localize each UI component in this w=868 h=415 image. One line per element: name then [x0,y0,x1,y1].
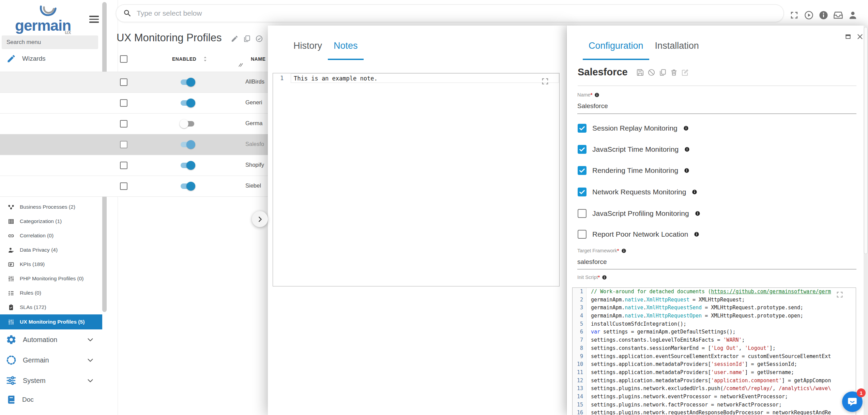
play-circle-icon[interactable] [804,10,814,20]
copy-icon[interactable] [659,69,667,76]
code-line[interactable]: 6var settings = germainApm.getDefaultSet… [573,328,856,336]
checkbox-row-javascript-time-monitoring[interactable]: JavaScript Time Monitoring [578,145,690,154]
sidebar-item-system[interactable]: System [0,370,102,391]
config-tab-installation[interactable]: Installation [649,41,705,60]
code-line[interactable]: 5installCustomSfdcIntegration(); [573,320,856,328]
info-dark-icon[interactable] [602,275,607,280]
code-line[interactable]: 13settings.plugins.network.excludedUrls.… [573,385,856,393]
target-framework-field-value[interactable]: salesforce [577,258,607,266]
code-line[interactable]: 4germainApm.native.XmlHttpRequestOpen = … [573,312,856,320]
enabled-toggle[interactable] [181,183,194,189]
enabled-toggle[interactable] [181,163,194,168]
checkbox[interactable] [578,209,587,218]
notes-editor[interactable]: 1This is an example note. [273,73,560,286]
sidebar-item-doc[interactable]: Doc [0,391,102,409]
code-line[interactable]: 2germainApm.native.XmlHttpRequest = XMLH… [573,296,856,304]
sort-icon[interactable] [202,55,209,63]
info-dark-icon[interactable] [694,232,699,237]
checkbox-row-javascript-profiling-monitoring[interactable]: JavaScript Profiling Monitoring [578,209,700,218]
expand-icon[interactable] [541,77,549,85]
sidebar-item-rules-0[interactable]: Rules (0) [0,286,102,300]
row-checkbox[interactable] [120,141,127,148]
init-script-editor[interactable]: 1// Work-around for detached documents (… [572,287,856,415]
collapse-panel-button[interactable] [252,211,268,227]
info-dark-icon[interactable] [594,92,599,98]
row-checkbox[interactable] [120,78,127,86]
sidebar-item-automation[interactable]: Automation [0,329,102,350]
note-line[interactable]: 1This is an example note. [273,73,559,83]
code-line[interactable]: 12settings.application.metadataProviders… [573,377,856,385]
save-icon[interactable] [636,69,644,76]
hamburger-menu-icon[interactable] [89,16,99,23]
sidebar-search-input[interactable] [2,35,98,49]
user-icon[interactable] [848,10,858,20]
enabled-toggle[interactable] [181,121,194,127]
info-dark-icon[interactable] [683,125,689,131]
sidebar-item-correlation-0[interactable]: Correlation (0) [0,228,102,243]
inbox-icon[interactable] [833,10,843,20]
row-checkbox[interactable] [120,162,127,169]
checkbox[interactable] [578,230,587,239]
code-line[interactable]: 16settings.plugins.network.requestAndRes… [573,409,856,415]
code-line[interactable]: 1// Work-around for detached documents (… [573,288,856,296]
select-all-checkbox[interactable] [120,55,127,63]
resize-icon[interactable] [238,62,243,68]
code-line[interactable]: 8settings.constants.sessionMarkerEnd = [… [573,344,856,353]
window-maximize-icon[interactable] [844,33,852,40]
column-header-enabled[interactable]: ENABLED [172,56,196,62]
ban-icon[interactable] [648,69,655,76]
chevron-down-icon[interactable] [87,377,94,384]
panel-scrollbar[interactable] [864,27,868,254]
info-dark-icon[interactable] [692,189,697,195]
edit-square-icon[interactable] [681,69,689,76]
sidebar-item-data-privacy-4[interactable]: Data Privacy (4) [0,243,102,257]
code-line[interactable]: 10settings.application.metadataProviders… [573,360,856,369]
checkbox[interactable] [578,124,587,133]
config-tab-configuration[interactable]: Configuration [583,41,649,60]
code-line[interactable]: 11settings.application.metadataProviders… [573,369,856,377]
trash-icon[interactable] [670,69,678,76]
enabled-toggle[interactable] [181,79,194,85]
row-checkbox[interactable] [120,99,127,107]
info-circle-icon[interactable] [819,10,828,20]
checkbox[interactable] [578,145,587,154]
chevron-down-icon[interactable] [87,356,94,364]
checkbox-row-network-requests-monitoring[interactable]: Network Requests Monitoring [578,188,697,196]
column-header-name[interactable]: NAME [251,56,265,62]
sidebar-item-slas-172[interactable]: SLAs (172) [0,300,102,314]
sidebar-item-ux-monitoring-profiles-5[interactable]: UX Monitoring Profiles (5) [0,314,102,329]
notes-tab-history[interactable]: History [288,41,328,60]
checkbox-row-rendering-time-monitoring[interactable]: Rendering Time Monitoring [578,166,689,175]
code-line[interactable]: 14settings.plugins.network.eventProcesso… [573,393,856,401]
info-dark-icon[interactable] [684,168,689,173]
expand-icon[interactable] [836,291,843,298]
checkbox-row-report-poor-network-location[interactable]: Report Poor Network Location [578,230,699,239]
info-dark-icon[interactable] [695,211,700,216]
sidebar-item-germain[interactable]: Germain [0,350,102,370]
notes-tab-notes[interactable]: Notes [328,41,364,60]
close-icon[interactable] [856,33,864,40]
copy-icon[interactable] [243,35,251,43]
code-line[interactable]: 7settings.constants.logLevelToEmitAsFact… [573,336,856,344]
checkbox[interactable] [578,166,587,175]
note-text[interactable]: This is an example note. [291,73,559,83]
fullscreen-icon[interactable] [789,10,799,20]
global-search-input[interactable] [136,5,764,22]
checkbox-row-session-replay-monitoring[interactable]: Session Replay Monitoring [578,124,689,133]
sidebar-item-php-monitoring-profiles-0[interactable]: PHP Monitoring Profiles (0) [0,271,102,286]
row-checkbox[interactable] [120,182,127,190]
info-dark-icon[interactable] [684,147,690,152]
code-line[interactable]: 3germainApm.native.XmlHttpRequestSend = … [573,304,856,312]
sidebar-item-categorization-1[interactable]: Categorization (1) [0,214,102,228]
enabled-toggle[interactable] [181,100,194,106]
sidebar-item-kpis-189[interactable]: KPIs (189) [0,257,102,271]
info-dark-icon[interactable] [621,248,626,253]
enabled-toggle[interactable] [181,142,194,147]
name-field-value[interactable]: Salesforce [577,102,608,110]
sidebar-item-business-processes-2[interactable]: Business Processes (2) [0,200,102,214]
check-circle-icon[interactable] [255,35,263,43]
code-line[interactable]: 9settings.application.eventSourceElement… [573,353,856,361]
row-checkbox[interactable] [120,120,127,128]
code-line[interactable]: 15settings.plugins.network.factProcessor… [573,401,856,409]
edit-icon[interactable] [231,35,239,43]
